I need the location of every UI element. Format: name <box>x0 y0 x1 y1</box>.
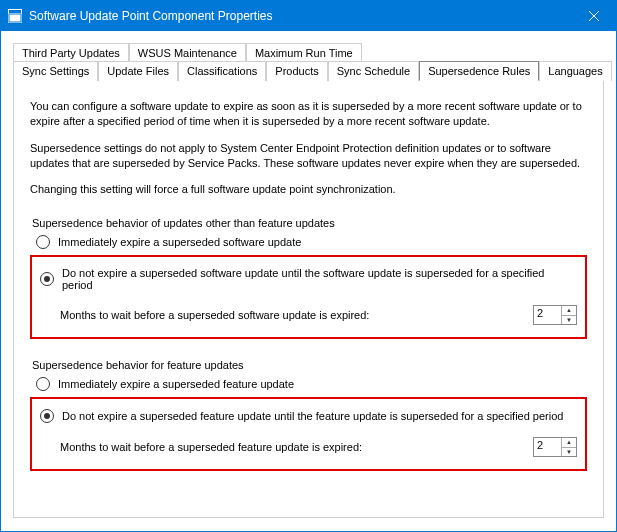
highlight-box-feature: Do not expire a superseded feature updat… <box>30 397 587 471</box>
months-label-software: Months to wait before a superseded softw… <box>60 309 533 321</box>
months-spinner-feature[interactable]: 2 ▲ ▼ <box>533 437 577 457</box>
radio-label: Do not expire a superseded feature updat… <box>62 410 563 422</box>
spinner-arrows: ▲ ▼ <box>561 438 576 456</box>
radio-wait-software[interactable]: Do not expire a superseded software upda… <box>40 267 577 291</box>
tab-supersedence-rules[interactable]: Supersedence Rules <box>419 61 539 81</box>
tab-products[interactable]: Products <box>266 61 327 81</box>
tab-panel: You can configure a software update to e… <box>13 80 604 518</box>
titlebar: Software Update Point Component Properti… <box>1 1 616 31</box>
radio-icon <box>36 235 50 249</box>
months-row-software: Months to wait before a superseded softw… <box>60 305 577 325</box>
app-icon <box>7 8 23 24</box>
highlight-box-software: Do not expire a superseded software upda… <box>30 255 587 339</box>
group2-label: Supersedence behavior for feature update… <box>32 359 587 371</box>
tab-wsus-maintenance[interactable]: WSUS Maintenance <box>129 43 246 62</box>
months-value-software[interactable]: 2 <box>534 306 561 324</box>
radio-label: Immediately expire a superseded feature … <box>58 378 294 390</box>
radio-immediate-software[interactable]: Immediately expire a superseded software… <box>36 235 587 249</box>
close-button[interactable] <box>572 1 616 31</box>
intro-p1: You can configure a software update to e… <box>30 99 587 129</box>
radio-icon <box>40 409 54 423</box>
intro-p3: Changing this setting will force a full … <box>30 182 587 197</box>
radio-wait-feature[interactable]: Do not expire a superseded feature updat… <box>40 409 577 423</box>
tab-classifications[interactable]: Classifications <box>178 61 266 81</box>
group-non-feature-updates: Supersedence behavior of updates other t… <box>30 217 587 339</box>
radio-icon <box>40 272 54 286</box>
window-title: Software Update Point Component Properti… <box>29 9 572 23</box>
tabstrip: Third Party Updates WSUS Maintenance Max… <box>13 43 604 80</box>
close-icon <box>589 11 599 21</box>
tab-third-party-updates[interactable]: Third Party Updates <box>13 43 129 62</box>
spinner-up-icon[interactable]: ▲ <box>562 306 576 316</box>
radio-icon <box>36 377 50 391</box>
months-spinner-software[interactable]: 2 ▲ ▼ <box>533 305 577 325</box>
tab-sync-schedule[interactable]: Sync Schedule <box>328 61 419 81</box>
radio-label: Immediately expire a superseded software… <box>58 236 301 248</box>
group-feature-updates: Supersedence behavior for feature update… <box>30 359 587 471</box>
radio-immediate-feature[interactable]: Immediately expire a superseded feature … <box>36 377 587 391</box>
spinner-down-icon[interactable]: ▼ <box>562 316 576 325</box>
months-row-feature: Months to wait before a superseded featu… <box>60 437 577 457</box>
radio-label: Do not expire a superseded software upda… <box>62 267 577 291</box>
tab-sync-settings[interactable]: Sync Settings <box>13 61 98 81</box>
months-label-feature: Months to wait before a superseded featu… <box>60 441 533 453</box>
spinner-down-icon[interactable]: ▼ <box>562 448 576 457</box>
months-value-feature[interactable]: 2 <box>534 438 561 456</box>
intro-p2: Supersedence settings do not apply to Sy… <box>30 141 587 171</box>
body: Third Party Updates WSUS Maintenance Max… <box>1 31 616 531</box>
spinner-up-icon[interactable]: ▲ <box>562 438 576 448</box>
tab-maximum-run-time[interactable]: Maximum Run Time <box>246 43 362 62</box>
tab-languages[interactable]: Languages <box>539 61 611 81</box>
tab-update-files[interactable]: Update Files <box>98 61 178 81</box>
group1-label: Supersedence behavior of updates other t… <box>32 217 587 229</box>
window: Software Update Point Component Properti… <box>0 0 617 532</box>
svg-rect-1 <box>9 10 21 13</box>
spinner-arrows: ▲ ▼ <box>561 306 576 324</box>
